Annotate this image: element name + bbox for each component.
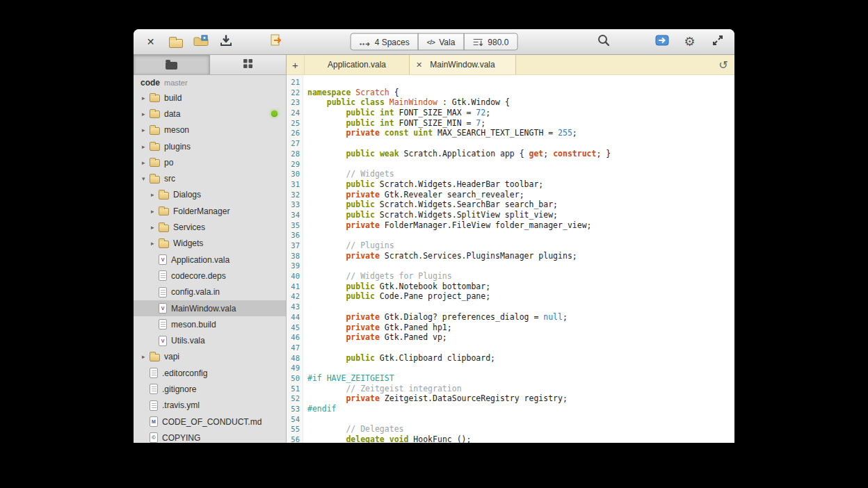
tree-item[interactable]: MCODE_OF_CONDUCT.md bbox=[134, 414, 286, 430]
tree-item[interactable]: VMainWindow.vala bbox=[134, 300, 286, 316]
code-line[interactable] bbox=[307, 230, 734, 241]
code-line[interactable]: // Widgets for Plugins bbox=[307, 271, 734, 282]
tree-item[interactable]: VUtils.vala bbox=[134, 332, 286, 348]
revert-button[interactable] bbox=[267, 33, 284, 51]
code-line[interactable] bbox=[307, 363, 734, 373]
tree-item[interactable]: VApplication.vala bbox=[134, 252, 286, 268]
close-tab-icon[interactable]: ✕ bbox=[416, 61, 422, 69]
code-line[interactable]: private Gtk.Paned hp1; bbox=[307, 323, 734, 333]
code-line[interactable]: public Scratch.Widgets.SearchBar search_… bbox=[307, 200, 734, 210]
folder-icon bbox=[159, 192, 169, 200]
code-line[interactable] bbox=[307, 261, 734, 271]
settings-button[interactable]: ⚙ bbox=[681, 33, 698, 51]
code-line[interactable]: public Code.Pane project_pane; bbox=[307, 291, 734, 302]
code-line[interactable]: public int FONT_SIZE_MAX = 72; bbox=[307, 108, 734, 118]
expander-icon[interactable]: ▾ bbox=[142, 175, 150, 182]
code-line[interactable]: public Gtk.Clipboard clipboard; bbox=[307, 353, 734, 364]
expander-icon[interactable]: ▸ bbox=[142, 353, 150, 360]
code-line[interactable]: public Scratch.Widgets.SplitView split_v… bbox=[307, 210, 734, 220]
tree-item[interactable]: ▸build bbox=[134, 90, 286, 106]
code-line[interactable]: // Plugins bbox=[307, 241, 734, 251]
code-line[interactable]: private Gtk.Dialog? preferences_dialog =… bbox=[307, 312, 734, 323]
gear-icon: ⚙ bbox=[684, 35, 695, 48]
code-line[interactable]: #if HAVE_ZEITGEIST bbox=[307, 373, 734, 384]
code-line[interactable]: private Zeitgeist.DataSourceRegistry reg… bbox=[307, 393, 734, 404]
code-line[interactable]: private Gtk.Paned vp; bbox=[307, 332, 734, 343]
line-number: 22 bbox=[287, 88, 300, 98]
line-number: 38 bbox=[287, 251, 300, 261]
code-line[interactable]: public weak Scratch.Application app { ge… bbox=[307, 149, 734, 159]
tree-item[interactable]: ▸po bbox=[134, 154, 286, 170]
line-number: 47 bbox=[287, 343, 300, 353]
code-line[interactable]: private const uint MAX_SEARCH_TEXT_LENGT… bbox=[307, 128, 734, 138]
save-as-button[interactable] bbox=[192, 33, 209, 51]
tree-item[interactable]: ▸plugins bbox=[134, 138, 286, 154]
tree-item-label: COPYING bbox=[162, 433, 200, 443]
tab-label: Application.vala bbox=[328, 60, 386, 70]
code-line[interactable] bbox=[307, 414, 734, 425]
history-button[interactable]: ↺ bbox=[712, 55, 734, 74]
files-view-tab[interactable] bbox=[134, 55, 210, 74]
expander-icon[interactable]: ▸ bbox=[142, 159, 150, 166]
close-window-button[interactable]: ✕ bbox=[142, 33, 159, 51]
tree-item[interactable]: .editorconfig bbox=[134, 365, 286, 381]
code-line[interactable]: public Gtk.Notebook bottombar; bbox=[307, 282, 734, 292]
new-tab-button[interactable]: + bbox=[287, 55, 305, 74]
code-line[interactable]: namespace Scratch { bbox=[307, 88, 734, 98]
language-button[interactable]: </> Vala bbox=[418, 33, 465, 51]
code-lines[interactable]: namespace Scratch { public class MainWin… bbox=[303, 75, 734, 443]
line-number: 24 bbox=[287, 108, 300, 118]
tree-item[interactable]: meson.build bbox=[134, 316, 286, 332]
tree-item[interactable]: config.vala.in bbox=[134, 284, 286, 300]
expander-icon[interactable]: ▸ bbox=[151, 224, 159, 231]
tab-mainwindow-vala[interactable]: ✕ MainWindow.vala bbox=[409, 55, 516, 74]
expander-icon[interactable]: ▸ bbox=[151, 208, 159, 215]
code-line[interactable]: private Gtk.Revealer search_revealer; bbox=[307, 190, 734, 200]
code-line[interactable]: public Scratch.Widgets.HeaderBar toolbar… bbox=[307, 179, 734, 190]
code-line[interactable]: // Widgets bbox=[307, 169, 734, 179]
tree-item[interactable]: codecore.deps bbox=[134, 268, 286, 284]
code-line[interactable]: public class MainWindow : Gtk.Window { bbox=[307, 97, 734, 108]
expander-icon[interactable]: ▸ bbox=[151, 191, 159, 198]
tree-item[interactable]: ▾src bbox=[134, 170, 286, 186]
code-editor[interactable]: 2122232425262728293031323334353637383940… bbox=[287, 75, 734, 443]
tree-item[interactable]: ▸meson bbox=[134, 122, 286, 138]
code-line[interactable] bbox=[307, 159, 734, 170]
code-line[interactable]: // Delegates bbox=[307, 424, 734, 434]
code-line[interactable]: // Zeitgeist integration bbox=[307, 384, 734, 394]
open-file-button[interactable] bbox=[167, 33, 184, 51]
tree-item[interactable]: ▸FolderManager bbox=[134, 203, 286, 219]
code-line[interactable] bbox=[307, 302, 734, 312]
tree-item[interactable]: ©COPYING bbox=[134, 430, 286, 443]
symbols-view-tab[interactable] bbox=[210, 55, 286, 74]
code-line[interactable]: #endif bbox=[307, 404, 734, 414]
tree-item[interactable]: .gitignore bbox=[134, 381, 286, 397]
line-number: 42 bbox=[287, 291, 300, 302]
code-line[interactable] bbox=[307, 77, 734, 88]
code-line[interactable]: public int FONT_SIZE_MIN = 7; bbox=[307, 118, 734, 129]
code-line[interactable] bbox=[307, 138, 734, 149]
code-line[interactable]: delegate void HookFunc (); bbox=[307, 434, 734, 443]
search-button[interactable] bbox=[595, 33, 612, 51]
fullscreen-button[interactable] bbox=[709, 33, 726, 51]
goto-line-button[interactable]: 980.0 bbox=[463, 33, 517, 51]
code-line[interactable]: private Scratch.Services.PluginsManager … bbox=[307, 251, 734, 261]
tree-item[interactable]: ▸Widgets bbox=[134, 236, 286, 252]
code-line[interactable] bbox=[307, 343, 734, 353]
tree-item[interactable]: ▸vapi bbox=[134, 349, 286, 365]
project-root[interactable]: code master bbox=[134, 75, 286, 90]
expander-icon[interactable]: ▸ bbox=[151, 240, 159, 247]
tree-item[interactable]: ▸Dialogs bbox=[134, 187, 286, 203]
save-button[interactable] bbox=[217, 33, 234, 51]
go-jump-button[interactable] bbox=[653, 33, 670, 51]
tab-application-vala[interactable]: Application.vala bbox=[305, 55, 409, 74]
indent-width-button[interactable]: 4 Spaces bbox=[351, 33, 419, 51]
tree-item[interactable]: ▸data bbox=[134, 106, 286, 122]
expander-icon[interactable]: ▸ bbox=[142, 111, 150, 117]
expander-icon[interactable]: ▸ bbox=[142, 127, 150, 133]
tree-item[interactable]: .travis.yml bbox=[134, 398, 286, 414]
code-line[interactable]: private FolderManager.FileView folder_ma… bbox=[307, 220, 734, 231]
expander-icon[interactable]: ▸ bbox=[142, 95, 150, 101]
tree-item[interactable]: ▸Services bbox=[134, 219, 286, 235]
expander-icon[interactable]: ▸ bbox=[142, 143, 150, 150]
